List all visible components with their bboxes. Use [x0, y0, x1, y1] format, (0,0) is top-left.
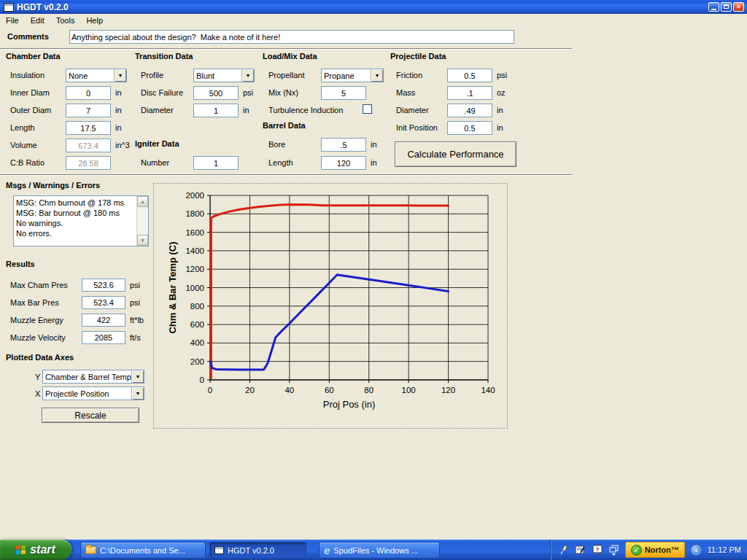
chevron-down-icon[interactable]: ▼ [131, 370, 144, 383]
propellant-select[interactable]: Propane ▼ [321, 69, 384, 82]
x-axis-select[interactable]: Projectile Position ▼ [42, 386, 144, 400]
igniter-data-title: Igniter Data [135, 139, 179, 148]
temperature-chart-panel: 0204060801001201400200400600800100012001… [153, 183, 508, 429]
restore-button[interactable] [721, 2, 732, 12]
norton-badge[interactable]: ✓ Norton™ [625, 542, 685, 558]
friction-field[interactable] [447, 69, 492, 82]
volume-field [66, 139, 111, 152]
bore-field[interactable] [321, 138, 366, 152]
chevron-down-icon[interactable]: ▼ [371, 69, 383, 82]
muzzle-velocity-label: Muzzle Velocity [10, 333, 66, 342]
bore-unit: in [371, 140, 377, 149]
taskbar-button-explorer[interactable]: C:\Documents and Se... [80, 542, 206, 559]
comments-input[interactable] [69, 30, 514, 44]
language-bar-chevron-icon[interactable]: ‹ [690, 544, 703, 556]
init-position-field[interactable] [447, 121, 492, 135]
muzzle-energy-field [82, 314, 125, 327]
inner-diam-unit: in [115, 88, 122, 97]
friction-unit: psi [497, 71, 507, 79]
start-button[interactable]: start [0, 540, 71, 560]
loadmix-data-title: Load/Mix Data [263, 52, 317, 61]
svg-text:0: 0 [200, 376, 204, 384]
minimize-button[interactable] [708, 2, 719, 12]
svg-text:40: 40 [285, 386, 294, 394]
projectile-diameter-field[interactable] [447, 104, 492, 117]
menu-edit[interactable]: Edit [25, 15, 50, 26]
barrel-data-title: Barrel Data [263, 121, 306, 130]
chevron-down-icon[interactable]: ▼ [114, 69, 126, 82]
transition-data-title: Transition Data [135, 52, 193, 61]
messages-scrollbar[interactable]: ▲ ▼ [136, 196, 148, 246]
scroll-up-icon[interactable]: ▲ [137, 196, 148, 207]
svg-text:140: 140 [481, 386, 495, 394]
results-title: Results [6, 260, 35, 268]
max-bar-pres-unit: psi [130, 298, 140, 307]
menu-tools[interactable]: Tools [50, 15, 81, 26]
transition-diameter-unit: in [243, 106, 249, 114]
chevron-down-icon[interactable]: ▼ [241, 69, 254, 82]
chamber-length-label: Length [10, 123, 35, 132]
close-button[interactable]: × [733, 2, 744, 12]
chamber-data-title: Chamber Data [6, 52, 61, 61]
svg-text:1000: 1000 [185, 284, 204, 292]
svg-text:80: 80 [364, 386, 374, 394]
taskbar: start C:\Documents and Se... HGDT v0.2.0… [0, 540, 747, 560]
svg-text:120: 120 [441, 386, 455, 394]
svg-text:200: 200 [190, 357, 204, 366]
insulation-select[interactable]: None ▼ [66, 69, 127, 82]
outer-diam-field[interactable] [66, 104, 111, 117]
rescale-button[interactable]: Rescale [42, 408, 139, 423]
folder-icon [85, 546, 96, 554]
menu-file[interactable]: File [0, 15, 25, 26]
menu-help[interactable]: Help [80, 15, 109, 26]
taskbar-button-browser[interactable]: e SpudFiles - Windows ... [319, 542, 440, 559]
message-line: No warnings. [16, 218, 146, 228]
cb-ratio-label: C:B Ratio [10, 158, 44, 167]
init-position-unit: in [497, 123, 503, 132]
calculate-performance-button[interactable]: Calculate Performance [395, 141, 516, 167]
disc-failure-field[interactable] [193, 86, 239, 100]
outer-diam-label: Outer Diam [10, 106, 51, 114]
mass-unit: oz [497, 88, 506, 97]
max-bar-pres-label: Max Bar Pres [10, 298, 59, 307]
chamber-length-field[interactable] [66, 121, 111, 135]
norton-check-icon: ✓ [631, 545, 642, 556]
muzzle-energy-label: Muzzle Energy [10, 316, 63, 324]
scroll-down-icon[interactable]: ▼ [137, 235, 148, 246]
svg-text:Proj Pos (in): Proj Pos (in) [323, 399, 376, 410]
muzzle-velocity-unit: ft/s [130, 333, 141, 342]
mass-field[interactable] [447, 86, 492, 100]
turbulence-checkbox[interactable] [363, 104, 372, 114]
chevron-down-icon[interactable]: ▼ [131, 387, 144, 400]
svg-text:2000: 2000 [185, 191, 204, 200]
microphone-icon[interactable] [558, 544, 570, 556]
mix-field[interactable] [321, 86, 366, 100]
transition-diameter-field[interactable] [193, 104, 239, 117]
restore-icon [724, 4, 729, 9]
igniter-number-field[interactable] [193, 156, 239, 170]
minimize-icon [711, 9, 716, 10]
taskbar-button-hgdt[interactable]: HGDT v0.2.0 [209, 542, 306, 559]
ie-icon: e [324, 546, 330, 554]
muzzle-velocity-field [82, 331, 125, 344]
help-balloon-icon[interactable]: ? [592, 544, 603, 556]
messages-title: Msgs / Warnings / Errors [6, 181, 100, 190]
message-line: MSG: Bar burnout @ 180 ms [16, 208, 146, 218]
menu-bar: File Edit Tools Help [0, 14, 747, 27]
profile-select[interactable]: Blunt ▼ [193, 69, 255, 82]
max-cham-pres-field [82, 279, 125, 292]
hide-icons-chevron-icon[interactable] [608, 544, 620, 556]
text-services-icon[interactable] [575, 544, 587, 556]
window-title: HGDT v0.2.0 [17, 2, 69, 12]
disc-failure-unit: psi [243, 88, 253, 97]
barrel-length-field[interactable] [321, 156, 366, 170]
propellant-label: Propellant [268, 71, 305, 79]
inner-diam-field[interactable] [66, 86, 111, 100]
window-titlebar[interactable]: HGDT v0.2.0 × [0, 0, 747, 14]
projectile-diameter-unit: in [497, 106, 503, 114]
comments-label: Comments [7, 32, 49, 41]
svg-text:60: 60 [325, 386, 334, 394]
bore-label: Bore [268, 140, 285, 149]
y-axis-select[interactable]: Chamber & Barrel Temp ▼ [42, 370, 144, 384]
messages-listbox[interactable]: MSG: Chm burnout @ 178 ms MSG: Bar burno… [13, 195, 149, 246]
